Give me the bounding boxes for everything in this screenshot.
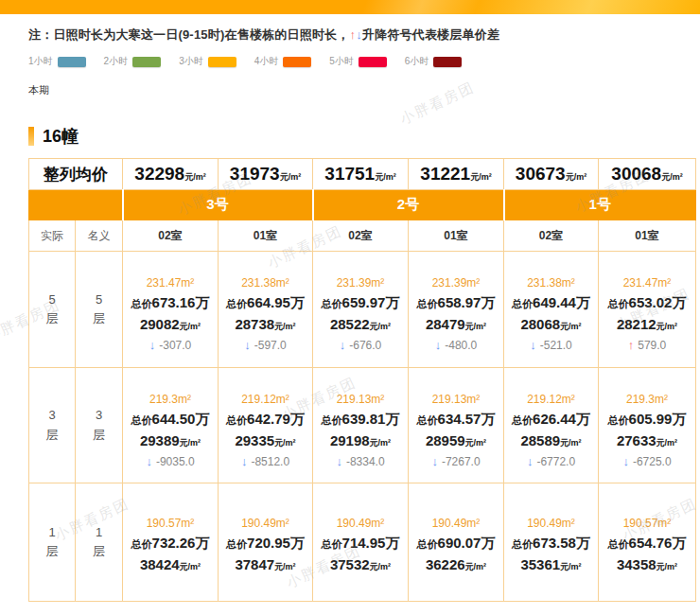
unit-price: 28479元/m²: [410, 316, 502, 333]
total-price: 总价673.16万: [124, 294, 217, 312]
period-label: 本期: [28, 83, 700, 97]
total-price: 总价653.02万: [600, 294, 694, 312]
unit-price: 28959元/m²: [410, 432, 502, 449]
price-cell: 219.3m² 总价605.99万 27633元/m² -6725.0: [599, 368, 696, 483]
legend-item: 4小时: [254, 55, 312, 68]
total-price: 总价654.76万: [600, 535, 694, 553]
price-delta: 579.0: [600, 338, 694, 352]
legend-label: 1小时: [28, 55, 53, 68]
price-cell: 190.49m² 总价714.95万 37532元/m²: [313, 483, 409, 602]
total-price: 总价626.44万: [505, 411, 597, 429]
area-value: 219.12m²: [219, 393, 311, 406]
avg-price-cell: 31973元/m²: [219, 159, 313, 190]
actual-floor-cell: 1层: [29, 483, 76, 602]
legend-swatch: [58, 57, 86, 67]
area-value: 190.49m²: [314, 517, 407, 530]
price-cell: 231.38m² 总价649.44万 28068元/m² -521.0: [504, 252, 599, 368]
legend-label: 3小时: [179, 55, 203, 68]
area-value: 190.49m²: [410, 517, 502, 530]
legend-swatch: [283, 57, 311, 67]
area-value: 231.39m²: [314, 276, 407, 290]
total-price: 总价664.95万: [219, 294, 311, 312]
legend-swatch: [132, 57, 161, 67]
trend-arrow-icon: [530, 339, 540, 352]
trend-arrow-icon: [435, 339, 446, 352]
legend-swatch: [359, 57, 387, 67]
legend-label: 4小时: [254, 55, 279, 68]
price-delta: -480.0: [410, 338, 502, 352]
building-header-spacer: [29, 190, 123, 220]
legend-item: 6小时: [405, 55, 463, 68]
avg-price-row: 整列均价 32298元/m² 31973元/m² 31751元/m² 31221…: [29, 159, 696, 190]
price-delta: -9035.0: [124, 454, 217, 468]
section-title: 16幢: [28, 125, 700, 148]
building-header: 2号: [313, 190, 504, 220]
legend-swatch: [433, 57, 462, 67]
area-value: 219.3m²: [124, 393, 217, 406]
avg-price-cell: 30068元/m²: [599, 159, 696, 190]
price-cell: 219.13m² 总价639.81万 29198元/m² -8334.0: [313, 368, 409, 483]
trend-arrow-icon: [149, 339, 160, 352]
building-header: 3号: [123, 190, 313, 220]
price-cell: 231.39m² 总价658.97万 28479元/m² -480.0: [409, 252, 504, 368]
total-price: 总价644.50万: [124, 411, 217, 429]
avg-price-label: 整列均价: [29, 159, 123, 190]
area-value: 231.38m²: [505, 276, 597, 290]
floor-row: 1层 1层 190.57m² 总价732.26万 38424元/m² 190.4…: [29, 483, 696, 602]
column-header-row: 实际 名义 02室 01室 02室 01室 02室 01室: [29, 220, 696, 252]
area-value: 190.57m²: [600, 517, 694, 530]
price-cell: 219.12m² 总价642.79万 29335元/m² -8512.0: [219, 368, 313, 483]
price-cell: 219.3m² 总价644.50万 29389元/m² -9035.0: [123, 368, 219, 483]
col-header-actual: 实际: [29, 220, 76, 252]
total-price: 总价732.26万: [124, 535, 217, 553]
trend-arrow-icon: [622, 455, 633, 468]
unit-price: 29389元/m²: [124, 432, 217, 449]
area-value: 190.49m²: [219, 517, 311, 530]
price-cell: 231.39m² 总价659.97万 28522元/m² -676.0: [313, 252, 409, 368]
total-price: 总价642.79万: [219, 411, 311, 429]
price-cell: 231.38m² 总价664.95万 28738元/m² -597.0: [219, 252, 313, 368]
unit-price: 28522元/m²: [314, 316, 407, 333]
price-cell: 190.57m² 总价654.76万 34358元/m²: [599, 483, 696, 602]
price-cell: 190.49m² 总价673.58万 35361元/m²: [504, 483, 599, 602]
trend-arrow-icon: [336, 455, 346, 468]
avg-price-cell: 30673元/m²: [504, 159, 599, 190]
price-cell: 190.57m² 总价732.26万 38424元/m²: [123, 483, 219, 602]
unit-price: 28589元/m²: [505, 432, 597, 449]
total-price: 总价658.97万: [410, 294, 502, 312]
price-delta: -6772.0: [505, 454, 597, 468]
unit-price: 37532元/m²: [314, 556, 407, 573]
area-value: 219.13m²: [314, 393, 407, 406]
trend-arrow-icon: [628, 339, 639, 352]
col-header-room: 02室: [504, 220, 599, 252]
area-value: 231.47m²: [600, 276, 694, 290]
trend-arrow-icon: [146, 455, 156, 468]
unit-price: 29198元/m²: [314, 432, 407, 449]
actual-floor-cell: 3层: [29, 368, 76, 483]
nominal-floor-cell: 3层: [76, 368, 123, 483]
building-name: 16幢: [43, 125, 79, 148]
area-value: 231.39m²: [410, 276, 502, 290]
total-price: 总价714.95万: [314, 535, 407, 553]
legend-item: 2小时: [104, 55, 162, 68]
col-header-room: 01室: [409, 220, 504, 252]
area-value: 219.3m²: [600, 393, 694, 406]
unit-price: 35361元/m²: [505, 556, 597, 573]
unit-price: 28068元/m²: [505, 316, 597, 333]
unit-price: 34358元/m²: [600, 556, 694, 573]
trend-arrow-icon: [431, 455, 442, 468]
legend-item: 1小时: [28, 55, 86, 68]
area-value: 231.38m²: [219, 276, 311, 290]
actual-floor-cell: 5层: [29, 252, 76, 368]
area-value: 219.13m²: [410, 393, 502, 406]
note-text-1: 日照时长为大寒这一日(9-15时)在售楼栋的日照时长，: [53, 27, 349, 42]
sunshine-legend: 1小时 2小时 3小时 4小时 5小时 6小时: [28, 55, 700, 68]
col-header-room: 02室: [313, 220, 409, 252]
unit-price: 28738元/m²: [219, 316, 311, 333]
total-price: 总价673.58万: [505, 535, 597, 553]
avg-price-cell: 31751元/m²: [313, 159, 409, 190]
price-cell: 231.47m² 总价653.02万 28212元/m² 579.0: [599, 252, 696, 368]
building-header: 1号: [504, 190, 696, 220]
price-cell: 219.13m² 总价634.57万 28959元/m² -7267.0: [409, 368, 504, 483]
trend-arrow-icon: [527, 455, 537, 468]
